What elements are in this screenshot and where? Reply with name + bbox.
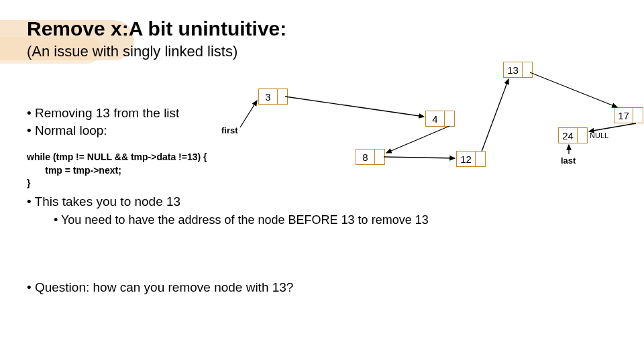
svg-line-2 — [386, 126, 449, 153]
svg-line-6 — [589, 123, 636, 131]
last-label: last — [561, 156, 576, 166]
node-17: 17 — [614, 107, 643, 123]
svg-line-1 — [285, 97, 424, 117]
sub-bullet-address: • You need to have the address of the no… — [54, 213, 429, 227]
slide-title: Remove x:A bit unintuitive: — [27, 17, 286, 40]
node-24-next — [578, 128, 587, 143]
slide-subtitle: (An issue with singly linked lists) — [27, 43, 237, 60]
node-4-next — [445, 111, 454, 126]
bullet-question: • Question: how can you remove node with… — [27, 280, 293, 295]
null-label: NULL — [590, 131, 608, 139]
node-3: 3 — [258, 88, 288, 105]
svg-line-4 — [482, 79, 508, 152]
bullet-normal-loop: • Normal loop: — [27, 123, 107, 138]
bullet-removing: • Removing 13 from the list — [27, 106, 179, 121]
node-13-next — [523, 62, 532, 77]
node-4: 4 — [425, 111, 455, 127]
svg-line-0 — [240, 101, 257, 127]
node-12: 12 — [456, 151, 486, 167]
node-3-value: 3 — [259, 89, 278, 104]
first-label: first — [221, 125, 238, 135]
node-8-next — [375, 149, 384, 164]
node-8-value: 8 — [356, 149, 375, 164]
node-4-value: 4 — [426, 111, 445, 126]
node-24-value: 24 — [559, 128, 578, 143]
node-17-next — [633, 108, 643, 123]
node-3-next — [278, 89, 287, 104]
node-13-value: 13 — [504, 62, 523, 77]
node-12-value: 12 — [457, 152, 476, 166]
svg-line-3 — [384, 157, 455, 158]
node-12-next — [476, 152, 485, 166]
bullet-takes-you: • This takes you to node 13 — [27, 194, 180, 209]
node-24: 24 — [558, 127, 588, 143]
node-17-value: 17 — [614, 108, 633, 123]
node-8: 8 — [356, 149, 385, 165]
code-block: while (tmp != NULL && tmp->data !=13) { … — [27, 151, 207, 190]
node-13: 13 — [503, 62, 533, 78]
svg-line-5 — [530, 72, 617, 107]
